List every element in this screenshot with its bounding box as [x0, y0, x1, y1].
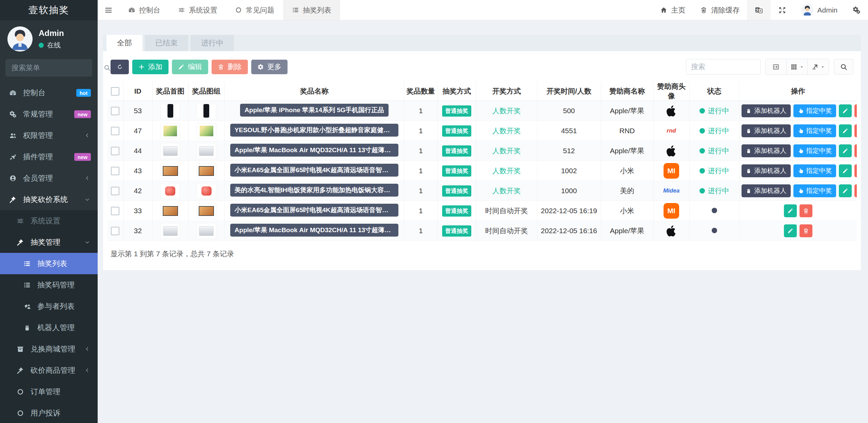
add-robot-button[interactable]: 添加机器人	[742, 144, 791, 157]
prize-image[interactable]	[160, 103, 180, 119]
row-delete-button[interactable]	[800, 224, 812, 237]
home-button[interactable]: 主页	[653, 0, 693, 20]
select-all-checkbox[interactable]	[111, 87, 119, 96]
row-checkbox[interactable]	[111, 107, 119, 115]
nav-tab[interactable]: 控制台	[119, 0, 169, 20]
prize-image[interactable]	[197, 143, 216, 159]
search-submit-button[interactable]	[834, 59, 853, 75]
row-delete-button[interactable]	[854, 104, 857, 117]
fullscreen-button[interactable]	[771, 0, 794, 20]
row-edit-button[interactable]	[839, 184, 852, 197]
assign-winner-button[interactable]: 指定中奖	[793, 144, 836, 157]
columns-button[interactable]	[787, 59, 808, 75]
column-header[interactable]: 奖品数量	[404, 82, 437, 101]
column-header[interactable]: 奖品首图	[152, 82, 188, 101]
prize-image[interactable]	[197, 223, 216, 239]
row-edit-button[interactable]	[784, 224, 797, 237]
row-edit-button[interactable]	[784, 204, 797, 217]
sponsor-logo[interactable]	[663, 143, 679, 159]
assign-winner-button[interactable]: 指定中奖	[793, 104, 836, 117]
row-delete-button[interactable]	[854, 124, 857, 137]
sidebar-item[interactable]: 砍价商品管理	[0, 360, 98, 381]
prize-image[interactable]	[197, 163, 216, 179]
sponsor-logo[interactable]	[663, 223, 679, 239]
prize-image[interactable]	[160, 123, 180, 139]
add-robot-button[interactable]: 添加机器人	[742, 124, 791, 137]
row-edit-button[interactable]	[839, 104, 852, 117]
column-header[interactable]: 开奖方式	[476, 82, 537, 101]
column-header[interactable]: 赞助商头像	[653, 82, 689, 101]
sponsor-logo[interactable]: MI	[663, 163, 679, 179]
user-menu[interactable]: Admin	[794, 0, 845, 20]
prize-image[interactable]	[160, 223, 180, 239]
sidebar-search-input[interactable]	[12, 64, 103, 72]
row-checkbox[interactable]	[111, 187, 119, 195]
column-header[interactable]: 开奖时间/人数	[537, 82, 601, 101]
hamburger-icon[interactable]	[98, 0, 119, 20]
nav-tab[interactable]: 常见问题	[226, 0, 283, 20]
row-edit-button[interactable]	[839, 144, 852, 157]
column-header[interactable]: 奖品名称	[224, 82, 404, 101]
sponsor-logo[interactable]	[663, 103, 679, 119]
row-checkbox[interactable]	[111, 227, 119, 235]
sidebar-item[interactable]: 会员管理	[0, 167, 98, 189]
sidebar-item[interactable]: 抽奖列表	[0, 253, 98, 274]
edit-button[interactable]: 编辑	[172, 60, 208, 74]
clear-cache-button[interactable]: 清除缓存	[693, 0, 747, 20]
sidebar-item[interactable]: 订单管理	[0, 381, 98, 402]
add-button[interactable]: 添加	[132, 60, 169, 74]
column-header[interactable]: 状态	[689, 82, 739, 101]
prize-image[interactable]	[197, 183, 216, 199]
column-header[interactable]: 赞助商名称	[601, 82, 653, 101]
row-delete-button[interactable]	[854, 144, 857, 157]
prize-image[interactable]	[160, 203, 180, 219]
prize-image[interactable]	[197, 123, 216, 139]
add-robot-button[interactable]: 添加机器人	[742, 104, 791, 117]
detail-view-button[interactable]	[766, 59, 787, 75]
sidebar-item[interactable]: 权限管理	[0, 125, 98, 146]
sidebar-item[interactable]: 抽奖码管理	[0, 274, 98, 296]
prize-image[interactable]	[197, 103, 216, 119]
filter-tab[interactable]: 全部	[106, 35, 142, 51]
row-edit-button[interactable]	[839, 124, 852, 137]
filter-tab[interactable]: 已结束	[145, 35, 188, 51]
column-header[interactable]: 奖品图组	[188, 82, 224, 101]
sponsor-logo[interactable]: Midea	[663, 183, 679, 199]
settings-button[interactable]	[845, 0, 868, 20]
column-header[interactable]: ID	[123, 82, 152, 101]
sidebar-item[interactable]: 系统设置	[0, 210, 98, 231]
row-delete-button[interactable]	[854, 184, 857, 197]
sidebar-item[interactable]: 参与者列表	[0, 296, 98, 317]
nav-tab[interactable]: 抽奖列表	[283, 0, 340, 20]
column-header[interactable]: 操作	[739, 82, 857, 101]
assign-winner-button[interactable]: 指定中奖	[793, 184, 836, 197]
sidebar-item[interactable]: 兑换商城管理	[0, 338, 98, 360]
row-delete-button[interactable]	[800, 204, 812, 217]
row-delete-button[interactable]	[854, 164, 857, 177]
assign-winner-button[interactable]: 指定中奖	[793, 124, 836, 137]
sponsor-logo[interactable]: rnd	[663, 123, 679, 139]
row-checkbox[interactable]	[111, 127, 119, 135]
row-checkbox[interactable]	[111, 167, 119, 175]
sidebar-item[interactable]: 控制台hot	[0, 82, 98, 103]
row-checkbox[interactable]	[111, 207, 119, 215]
sidebar-item[interactable]: 常规管理new	[0, 103, 98, 125]
prize-image[interactable]	[160, 183, 180, 199]
sidebar-item[interactable]: 用户投诉	[0, 402, 98, 423]
sponsor-logo[interactable]: MI	[663, 203, 679, 219]
prize-image[interactable]	[197, 203, 216, 219]
column-header[interactable]: 抽奖方式	[437, 82, 476, 101]
sidebar-item[interactable]: 抽奖砍价系统	[0, 189, 98, 210]
refresh-button[interactable]	[111, 60, 129, 74]
export-button[interactable]	[808, 59, 829, 75]
row-edit-button[interactable]	[839, 164, 852, 177]
table-search-input[interactable]	[691, 63, 755, 71]
add-robot-button[interactable]: 添加机器人	[742, 184, 791, 197]
more-button[interactable]: 更多	[251, 60, 288, 74]
sidebar-item[interactable]: 抽奖管理	[0, 231, 98, 253]
add-robot-button[interactable]: 添加机器人	[742, 164, 791, 177]
sidebar-item[interactable]: 机器人管理	[0, 317, 98, 338]
language-button[interactable]: 文A	[747, 0, 771, 20]
nav-tab[interactable]: 系统设置	[169, 0, 226, 20]
filter-tab[interactable]: 进行中	[191, 35, 234, 51]
